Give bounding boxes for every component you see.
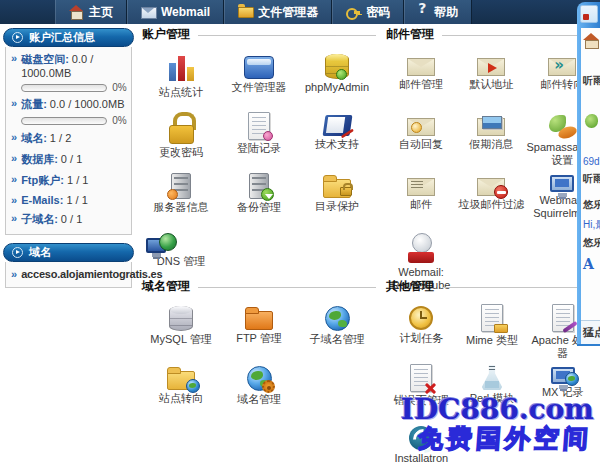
stat-label: 域名:	[21, 132, 47, 144]
app-item-mail-manage[interactable]: 邮件管理	[386, 50, 456, 110]
app-item-site-stats[interactable]: 站点统计	[142, 50, 220, 110]
app-item-label: 备份管理	[220, 201, 298, 214]
sidebar: 账户汇总信息 » 磁盘空间: 0.0 / 1000.0MB 0% » 流量:	[3, 28, 134, 288]
chat-line: 悠乐	[583, 236, 600, 250]
env-icon	[477, 178, 505, 196]
tab-webmail[interactable]: Webmail	[127, 0, 224, 24]
tab-file-manager[interactable]: 文件管理器	[224, 0, 332, 24]
tab-webmail-label: Webmail	[161, 0, 210, 24]
chevron-icon: »	[11, 194, 17, 206]
section-divider	[442, 35, 598, 36]
tab-help-label: 帮助	[434, 0, 458, 24]
domains-header[interactable]: 域名	[3, 243, 134, 262]
mail-icon-grid: 邮件管理默认地址邮件转向自动回复假期消息Spamassassin 设置邮件垃圾邮…	[386, 50, 598, 290]
disk-percent: 0%	[112, 82, 126, 93]
tab-file-manager-label: 文件管理器	[258, 0, 318, 24]
account-icon-grid: 站点统计文件管理器phpMyAdmin更改密码登陆记录技术支持服务器信息备份管理…	[142, 50, 376, 290]
app-item-change-password[interactable]: 更改密码	[142, 110, 220, 170]
app-item-label: 更改密码	[142, 146, 220, 159]
domain-list-item[interactable]: » acceso.alojamientogratis.es	[6, 265, 131, 283]
doc-icon	[481, 304, 503, 332]
traffic-usage-row: » 流量: 0.0 / 1000.0MB 0%	[6, 95, 131, 128]
gold-badge-icon	[411, 122, 422, 133]
section-divider	[198, 35, 376, 36]
app-item-mysql-manage[interactable]: MySQL 管理	[142, 302, 220, 362]
dblarrow-badge-icon	[554, 56, 564, 74]
app-item-server-info[interactable]: 服务器信息	[142, 170, 220, 230]
help-icon	[418, 6, 428, 18]
doc-icon	[552, 304, 574, 332]
tab-help[interactable]: 帮助	[404, 0, 472, 24]
app-item-mime-types[interactable]: Mime 类型	[457, 302, 528, 362]
app-item-site-redirect[interactable]: 站点转向	[142, 362, 220, 422]
section-title: 账户管理	[142, 26, 190, 43]
chevron-icon: »	[11, 152, 17, 164]
chevron-icon: »	[11, 97, 17, 109]
tab-password-label: 密码	[366, 0, 390, 24]
stat-row-ftp: » Ftp账户: 1 / 1	[6, 170, 131, 191]
chat-line: 听雨	[583, 74, 600, 88]
dns-icon	[146, 238, 166, 253]
section-mail-management: 邮件管理 邮件管理默认地址邮件转向自动回复假期消息Spamassassin 设置…	[386, 26, 598, 290]
clock-icon	[409, 306, 433, 330]
chat-window-icon	[580, 5, 598, 23]
chat-footer-link[interactable]: 猛点	[581, 320, 600, 344]
app-item-dir-protect[interactable]: 目录保护	[298, 170, 376, 230]
section-title: 邮件管理	[386, 26, 434, 43]
domains-panel: » acceso.alojamientogratis.es	[5, 262, 132, 288]
env-icon	[407, 118, 435, 136]
lines-badge-icon	[411, 181, 423, 190]
app-item-label: 邮件管理	[386, 78, 456, 91]
app-item-label: 子域名管理	[298, 333, 376, 346]
app-item-label: 假期消息	[456, 138, 526, 151]
traffic-label: 流量:	[21, 98, 47, 110]
app-item-label: 技术支持	[298, 138, 376, 151]
app-item-label: 目录保护	[298, 200, 376, 213]
orange-badge-icon	[167, 189, 178, 200]
app-item-cron-tasks[interactable]: 计划任务	[386, 302, 457, 362]
app-item-backup-manage[interactable]: 备份管理	[220, 170, 298, 230]
chat-window-body: 听雨 69da 听雨 悠乐 Hi,最 悠乐 A 猛点	[581, 28, 600, 344]
chevron-icon: »	[11, 173, 17, 185]
app-item-phpmyadmin[interactable]: phpMyAdmin	[298, 50, 376, 110]
app-item-mail[interactable]: 邮件	[386, 170, 456, 230]
app-item-domain-manage[interactable]: 域名管理	[220, 362, 298, 422]
disk-usage-row: » 磁盘空间: 0.0 / 1000.0MB 0%	[6, 50, 131, 95]
roundcube-icon	[404, 232, 438, 264]
mail-icon	[141, 6, 155, 18]
app-item-label: MySQL 管理	[142, 333, 220, 346]
app-item-label: phpMyAdmin	[298, 81, 376, 94]
app-item-vacation-message[interactable]: 假期消息	[456, 110, 526, 170]
section-divider	[198, 287, 376, 288]
app-item-label: 垃圾邮件过滤	[456, 198, 526, 211]
account-summary-header[interactable]: 账户汇总信息	[3, 28, 134, 47]
server-icon	[171, 173, 191, 199]
home-icon	[69, 6, 83, 18]
app-item-ftp-manage[interactable]: FTP 管理	[220, 302, 298, 362]
traffic-percent: 0%	[112, 115, 126, 126]
ftp-icon	[245, 311, 273, 330]
chart-icon	[164, 52, 198, 84]
app-item-default-address[interactable]: 默认地址	[456, 50, 526, 110]
app-item-tech-support[interactable]: 技术支持	[298, 110, 376, 170]
app-item-label: 计划任务	[386, 332, 457, 345]
noentry-badge-icon	[494, 185, 508, 199]
app-item-autoresponder[interactable]: 自动回复	[386, 110, 456, 170]
stat-row-domains: » 域名: 1 / 2	[6, 128, 131, 149]
chat-window-partial[interactable]: 听雨 69da 听雨 悠乐 Hi,最 悠乐 A 猛点	[577, 2, 600, 346]
app-item-label: FTP 管理	[220, 332, 298, 345]
gear-badge-icon	[262, 380, 275, 393]
chat-format-button[interactable]: A	[583, 256, 594, 272]
app-item-label: 域名管理	[220, 393, 298, 406]
chat-line: 悠乐	[583, 198, 600, 212]
tab-password[interactable]: 密码	[332, 0, 404, 24]
app-item-login-records[interactable]: 登陆记录	[220, 110, 298, 170]
flask-icon	[481, 365, 503, 390]
app-item-spam-filter[interactable]: 垃圾邮件过滤	[456, 170, 526, 230]
stat-label: 子域名:	[21, 213, 58, 225]
control-panel-page: 主页 Webmail 文件管理器 密码 帮助 账户汇总信息 »	[0, 0, 600, 462]
app-item-subdomain-manage[interactable]: 子域名管理	[298, 302, 376, 362]
app-item-file-manager[interactable]: 文件管理器	[220, 50, 298, 110]
spam-icon	[547, 115, 577, 139]
tab-home[interactable]: 主页	[55, 0, 127, 24]
